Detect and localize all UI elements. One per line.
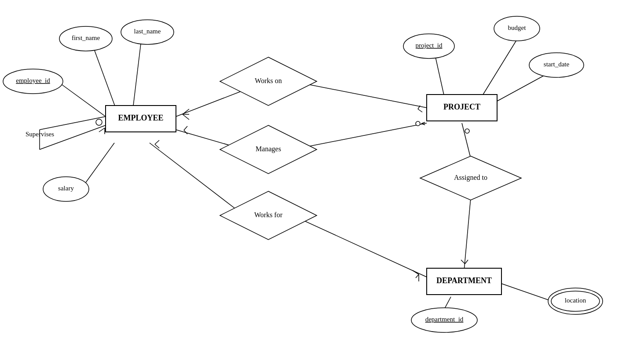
svg-line-39 xyxy=(99,128,105,132)
department-label: DEPARTMENT xyxy=(436,276,492,285)
svg-line-19 xyxy=(501,284,552,301)
svg-line-10 xyxy=(40,117,106,130)
svg-point-27 xyxy=(416,121,420,126)
manages-label: Manages xyxy=(256,145,281,153)
svg-line-5 xyxy=(293,215,427,277)
svg-line-30 xyxy=(413,270,419,274)
svg-line-17 xyxy=(497,75,545,101)
employee-id-label: employee_id xyxy=(16,77,50,84)
works-for-label: Works for xyxy=(254,211,283,219)
department-id-label: department_id xyxy=(425,316,464,323)
svg-line-3 xyxy=(293,123,427,149)
svg-line-24 xyxy=(418,109,422,112)
assigned-to-label: Assigned to xyxy=(454,174,487,182)
employee-label: EMPLOYEE xyxy=(118,113,163,122)
svg-line-31 xyxy=(416,274,419,278)
budget-label: budget xyxy=(508,24,527,31)
last-name-label: last_name xyxy=(134,28,161,35)
svg-line-7 xyxy=(464,198,471,270)
svg-line-37 xyxy=(465,260,468,264)
salary-label: salary xyxy=(58,185,74,192)
supervises-label: Supervises xyxy=(26,131,54,138)
first-name-label: first_name xyxy=(72,34,100,41)
project-id-label: project_id xyxy=(416,42,443,49)
er-diagram: Supervises Works on Manages Works for As… xyxy=(0,0,644,350)
project-label: PROJECT xyxy=(443,102,480,111)
svg-line-16 xyxy=(482,40,517,97)
svg-line-0 xyxy=(176,90,244,117)
start-date-label: start_date xyxy=(544,61,570,68)
works-on-label: Works on xyxy=(255,77,282,84)
svg-line-36 xyxy=(461,260,465,264)
svg-line-25 xyxy=(184,126,187,130)
svg-line-6 xyxy=(462,123,471,158)
svg-point-38 xyxy=(96,119,102,125)
svg-line-11 xyxy=(62,84,106,117)
svg-line-22 xyxy=(183,114,189,120)
location-label: location xyxy=(565,297,586,304)
svg-line-1 xyxy=(293,81,427,108)
svg-line-15 xyxy=(435,57,444,97)
svg-line-14 xyxy=(86,143,114,182)
svg-point-35 xyxy=(465,129,469,133)
svg-line-33 xyxy=(155,140,159,144)
svg-line-18 xyxy=(444,297,451,309)
